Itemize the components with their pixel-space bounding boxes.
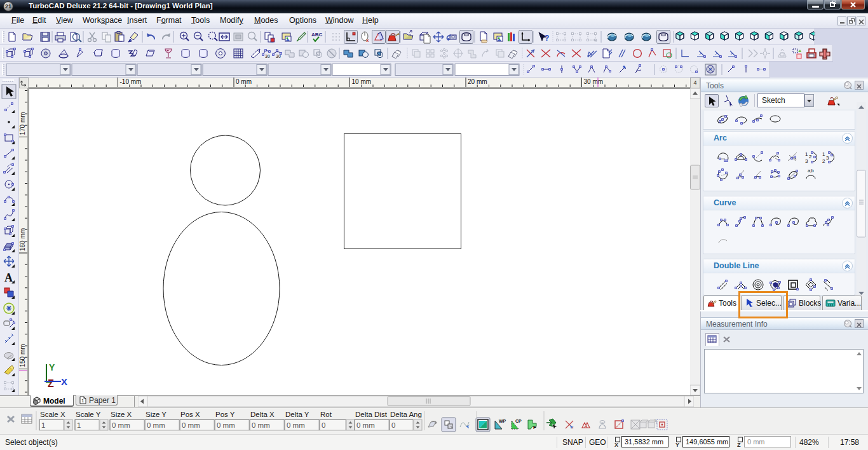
svg-text:1: 1 xyxy=(41,421,45,429)
svg-text:30 mm: 30 mm xyxy=(584,78,604,85)
svg-text:Z: Z xyxy=(737,442,741,447)
svg-text:a;b: a;b xyxy=(808,168,814,173)
svg-text:1: 1 xyxy=(81,398,85,404)
svg-text:0 mm: 0 mm xyxy=(252,421,270,429)
svg-text:WP: WP xyxy=(499,419,506,423)
svg-text:170 mm: 170 mm xyxy=(19,112,26,135)
svg-text:0 mm: 0 mm xyxy=(147,421,165,429)
svg-text:x: x xyxy=(366,38,369,43)
svg-text:X: X xyxy=(61,376,67,387)
svg-text:1: 1 xyxy=(77,421,81,429)
svg-text:30: 30 xyxy=(276,54,281,58)
svg-text:1: 1 xyxy=(805,151,808,157)
svg-text:Y: Y xyxy=(49,362,55,372)
svg-text:0 mm: 0 mm xyxy=(217,421,235,429)
svg-text:Scale Y: Scale Y xyxy=(76,411,101,418)
svg-text:-10 mm: -10 mm xyxy=(120,78,142,85)
svg-text:CP: CP xyxy=(515,419,522,423)
svg-text:160 mm: 160 mm xyxy=(19,228,26,251)
svg-text:0: 0 xyxy=(322,421,325,429)
svg-text:0 mm: 0 mm xyxy=(356,421,375,429)
svg-text:0 mm: 0 mm xyxy=(287,421,305,429)
svg-text:X: X xyxy=(614,442,618,447)
svg-text:A: A xyxy=(4,271,13,284)
svg-text:Y: Y xyxy=(675,442,679,447)
svg-text:1: 1 xyxy=(822,151,825,157)
svg-text:ABC: ABC xyxy=(311,32,323,38)
svg-text:0 mm: 0 mm xyxy=(236,78,252,85)
svg-text:30: 30 xyxy=(265,54,270,58)
svg-text:Rot: Rot xyxy=(320,411,332,418)
svg-text:Delta Dist: Delta Dist xyxy=(355,411,388,418)
svg-text:Size Y: Size Y xyxy=(146,411,166,418)
svg-text:20 mm: 20 mm xyxy=(468,78,487,85)
svg-text:?: ? xyxy=(545,34,549,43)
svg-text:3: 3 xyxy=(805,158,808,164)
svg-text:Pos X: Pos X xyxy=(180,411,200,418)
svg-text:Delta X: Delta X xyxy=(250,411,275,418)
svg-text:Size X: Size X xyxy=(111,411,132,418)
svg-text:1: 1 xyxy=(654,418,656,423)
svg-text:2: 2 xyxy=(822,158,825,164)
svg-text:10 mm: 10 mm xyxy=(352,78,372,85)
svg-text:0: 0 xyxy=(391,421,395,429)
svg-text:150 mm: 150 mm xyxy=(19,344,26,367)
svg-text:F: F xyxy=(533,425,536,430)
svg-text:2: 2 xyxy=(809,154,812,160)
svg-text:3: 3 xyxy=(826,155,829,161)
svg-text:Scale X: Scale X xyxy=(40,411,65,418)
svg-text:Pos Y: Pos Y xyxy=(215,411,235,418)
svg-text:Delta Y: Delta Y xyxy=(285,411,309,418)
svg-text:Delta Ang: Delta Ang xyxy=(390,411,422,418)
svg-text:Z: Z xyxy=(48,378,54,389)
svg-text:0 mm: 0 mm xyxy=(112,421,130,429)
svg-text:0 mm: 0 mm xyxy=(182,421,200,429)
